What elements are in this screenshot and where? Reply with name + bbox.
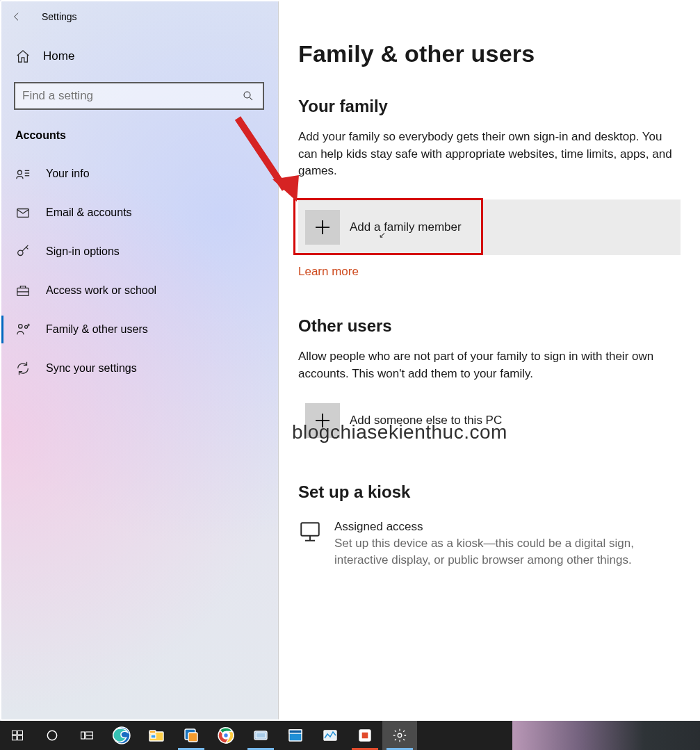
- nav-signin[interactable]: Sign-in options: [0, 232, 278, 271]
- others-heading: Other users: [298, 316, 681, 336]
- nav-label: Email & accounts: [46, 206, 132, 219]
- search-icon: [241, 88, 256, 104]
- taskbar-app-generic4[interactable]: [348, 721, 382, 750]
- search-input[interactable]: [22, 89, 241, 103]
- main-content: Family & other users Your family Add you…: [278, 0, 700, 721]
- family-heading: Your family: [298, 97, 681, 116]
- taskbar-app-edge[interactable]: [104, 721, 139, 750]
- start-button[interactable]: [0, 721, 35, 750]
- plus-icon: [305, 403, 340, 438]
- page-title: Family & other users: [298, 0, 681, 67]
- nav-home-label: Home: [43, 49, 74, 63]
- back-button[interactable]: [11, 11, 22, 22]
- taskbar-app-generic1[interactable]: [243, 721, 278, 750]
- svg-rect-48: [361, 732, 368, 739]
- svg-point-12: [19, 325, 22, 329]
- briefcase-icon: [15, 283, 31, 298]
- kiosk-icon: [298, 520, 322, 544]
- add-family-label: Add a family member: [350, 220, 462, 234]
- titlebar: Settings: [0, 0, 278, 33]
- others-desc: Allow people who are not part of your fa…: [298, 348, 681, 382]
- svg-rect-30: [81, 732, 85, 739]
- svg-rect-35: [149, 731, 156, 733]
- user-card-icon: [15, 166, 31, 181]
- svg-point-41: [224, 733, 229, 738]
- nav-your-info[interactable]: Your info: [0, 154, 278, 193]
- svg-rect-45: [289, 730, 302, 733]
- svg-point-13: [25, 325, 28, 328]
- taskbar-app-explorer[interactable]: [139, 721, 174, 750]
- kiosk-heading: Set up a kiosk: [298, 482, 681, 502]
- nav-label: Sign-in options: [46, 245, 120, 258]
- home-icon: [15, 49, 31, 64]
- kiosk-item[interactable]: Assigned access Set up this device as a …: [298, 520, 681, 569]
- svg-rect-26: [17, 731, 22, 735]
- search-input-wrap[interactable]: [14, 82, 264, 110]
- svg-point-29: [47, 731, 56, 740]
- svg-line-9: [26, 247, 29, 250]
- nav-label: Family & other users: [46, 323, 148, 336]
- plus-icon: [305, 210, 340, 245]
- svg-rect-43: [256, 733, 266, 738]
- kiosk-item-desc: Set up this device as a kiosk—this could…: [334, 535, 681, 569]
- family-desc: Add your family so everybody gets their …: [298, 129, 681, 180]
- nav-label: Your info: [46, 168, 90, 180]
- svg-point-7: [18, 250, 23, 255]
- learn-more-link[interactable]: Learn more: [298, 265, 359, 279]
- taskbar-app-vmware[interactable]: [174, 721, 209, 750]
- svg-line-1: [250, 97, 252, 100]
- nav-work-school[interactable]: Access work or school: [0, 271, 278, 310]
- sync-icon: [15, 361, 31, 376]
- nav-sync[interactable]: Sync your settings: [0, 349, 278, 388]
- nav-email[interactable]: Email & accounts: [0, 193, 278, 232]
- taskbar-app-generic2[interactable]: [278, 721, 313, 750]
- nav-label: Access work or school: [46, 284, 156, 297]
- settings-sidebar: Settings Home Accounts Your info Email &…: [0, 0, 278, 721]
- taskbar: [0, 721, 700, 750]
- nav-label: Sync your settings: [46, 362, 137, 375]
- taskbar-app-chrome[interactable]: [209, 721, 243, 750]
- svg-point-2: [17, 170, 22, 174]
- svg-rect-46: [324, 731, 336, 740]
- taskbar-app-generic3[interactable]: [313, 721, 348, 750]
- cortana-button[interactable]: [35, 721, 70, 750]
- mail-icon: [15, 205, 31, 220]
- category-label: Accounts: [0, 110, 278, 154]
- svg-point-0: [244, 92, 250, 98]
- svg-rect-36: [151, 735, 156, 738]
- svg-rect-28: [17, 735, 22, 740]
- svg-point-49: [398, 733, 402, 737]
- taskview-button[interactable]: [70, 721, 104, 750]
- family-icon: [15, 322, 31, 337]
- nav-family[interactable]: Family & other users: [0, 310, 278, 349]
- svg-rect-25: [13, 731, 17, 735]
- kiosk-item-title: Assigned access: [334, 520, 681, 534]
- taskbar-wallpaper-peek: [512, 721, 700, 750]
- add-other-button[interactable]: Add someone else to this PC: [298, 398, 681, 443]
- add-family-button[interactable]: Add a family member ↙: [298, 199, 681, 255]
- svg-rect-20: [301, 523, 319, 535]
- window-title: Settings: [42, 11, 77, 22]
- svg-rect-38: [188, 733, 197, 742]
- add-other-label: Add someone else to this PC: [350, 414, 502, 427]
- key-icon: [15, 244, 31, 259]
- taskbar-app-settings[interactable]: [382, 721, 417, 750]
- svg-rect-27: [13, 735, 17, 740]
- nav-home[interactable]: Home: [0, 33, 278, 79]
